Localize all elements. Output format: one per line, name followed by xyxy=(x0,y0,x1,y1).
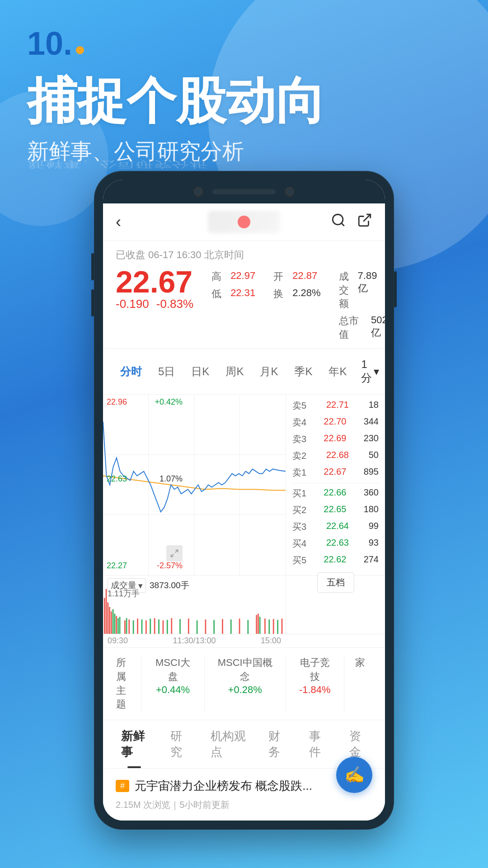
stock-status: 已收盘 06-17 16:30 北京时间 xyxy=(116,248,372,262)
tab-5day[interactable]: 5日 xyxy=(150,361,183,382)
stock-change-row: -0.190 -0.83% xyxy=(116,297,193,311)
buy3-qty: 99 xyxy=(369,521,379,533)
time-mid: 11:30/13:00 xyxy=(173,636,216,646)
back-button[interactable]: ‹ xyxy=(116,212,121,231)
main-chart[interactable]: 22.96 +0.42% 22.63 1.07% 22.27 -2.57% xyxy=(103,395,286,575)
svg-rect-20 xyxy=(111,611,112,634)
turnover-label: 换 xyxy=(273,287,283,301)
tab-news[interactable]: 新鲜事 xyxy=(112,720,157,768)
svg-rect-29 xyxy=(133,620,134,634)
svg-rect-38 xyxy=(171,618,172,634)
theme-tag-main[interactable]: 所属主题 xyxy=(112,656,141,712)
theme-tag-msci-cn-change: +0.28% xyxy=(228,684,262,696)
sell1-label: 卖1 xyxy=(292,467,306,479)
tab-monthk[interactable]: 月K xyxy=(252,361,286,382)
mktcap-row: 总市值 502.79亿 xyxy=(339,314,385,341)
svg-point-0 xyxy=(333,214,343,225)
theme-tag-msci-label: MSCI大盘 xyxy=(152,656,193,684)
svg-rect-47 xyxy=(247,620,249,634)
open-row: 开 22.87 xyxy=(273,270,320,283)
theme-tag-more-label: 家 xyxy=(355,656,365,670)
price-chart-svg xyxy=(103,395,286,575)
tab-events[interactable]: 事件 xyxy=(300,720,336,768)
vol-right xyxy=(286,576,385,634)
chart-label-mid-right: 1.07% xyxy=(160,474,183,484)
theme-tag-esports[interactable]: 电子竞技 -1.84% xyxy=(286,656,344,712)
svg-rect-41 xyxy=(197,620,198,634)
interval-label: 1分 xyxy=(361,358,372,385)
tab-yeark[interactable]: 年K xyxy=(320,361,355,382)
buy1-row: 买1 22.66 360 xyxy=(291,485,380,502)
buy2-row: 买2 22.65 180 xyxy=(291,502,380,519)
buy5-label: 买5 xyxy=(292,554,306,566)
fab-button[interactable]: ✍ xyxy=(336,757,372,793)
vol-row: 成交额 7.89亿 ⋮ xyxy=(339,270,385,311)
svg-line-15 xyxy=(171,554,174,557)
buy2-price: 22.65 xyxy=(324,504,346,516)
chart-area: 22.96 +0.42% 22.63 1.07% 22.27 -2.57% xyxy=(103,395,385,576)
tab-fens[interactable]: 分时 xyxy=(112,361,150,382)
svg-rect-40 xyxy=(188,618,189,634)
ob-divider xyxy=(291,483,380,483)
sell5-qty: 18 xyxy=(369,400,379,412)
theme-tag-esports-label: 电子竞技 xyxy=(297,656,333,684)
time-start: 09:30 xyxy=(108,636,128,646)
buy3-row: 买3 22.64 99 xyxy=(291,519,380,535)
news-title: 元宇宙潜力企业榜发布 概念股跌... xyxy=(135,778,312,794)
tab-dayk[interactable]: 日K xyxy=(183,361,217,382)
buy5-price: 22.62 xyxy=(324,554,346,566)
phone-wrapper: ‹ xyxy=(95,172,393,829)
time-labels-row: 09:30 11:30/13:00 15:00 xyxy=(103,634,385,648)
sell3-price: 22.69 xyxy=(324,433,346,445)
theme-tag-msci-cn[interactable]: MSCI中国概念 +0.28% xyxy=(205,656,286,712)
chart-label-bottom-right: -2.57% xyxy=(157,561,183,571)
interval-dropdown[interactable]: 1分 ▾ xyxy=(355,354,385,389)
tab-finance[interactable]: 财务 xyxy=(259,720,295,768)
svg-rect-36 xyxy=(163,620,164,634)
chart-tabs: 分时 5日 日K 周K 月K 季K 年K 1分 ▾ xyxy=(103,349,385,395)
search-icon[interactable] xyxy=(331,212,346,231)
buy2-qty: 180 xyxy=(364,504,379,516)
news-item[interactable]: # 元宇宙潜力企业榜发布 概念股跌... 2.15M 次浏览｜5小时前更新 ✍ xyxy=(103,769,385,820)
sell1-qty: 895 xyxy=(364,467,379,479)
logo-dot xyxy=(76,46,84,54)
stock-details-mid2: 开 22.87 换 2.28% xyxy=(273,266,320,301)
svg-rect-31 xyxy=(141,619,143,634)
svg-rect-24 xyxy=(117,618,119,634)
share-icon[interactable] xyxy=(357,212,372,231)
hero-subtitle-reflect: 新鲜事、公司研究分析 xyxy=(27,158,461,171)
time-end: 15:00 xyxy=(261,636,281,646)
phone-screen: ‹ xyxy=(103,180,385,821)
tab-institution[interactable]: 机构观点 xyxy=(202,720,255,768)
app-header: ‹ xyxy=(103,203,385,241)
svg-rect-46 xyxy=(239,618,240,634)
high-val: 22.97 xyxy=(230,270,255,283)
stock-change: -0.190 xyxy=(116,297,149,311)
stock-price-block: 22.67 -0.190 -0.83% xyxy=(116,266,193,313)
buy4-label: 买4 xyxy=(292,538,306,550)
vol-down-button xyxy=(91,289,94,316)
tab-weekk[interactable]: 周K xyxy=(217,361,252,382)
buy1-label: 买1 xyxy=(292,487,306,500)
svg-rect-27 xyxy=(126,618,127,634)
buy1-qty: 360 xyxy=(364,487,379,500)
svg-rect-42 xyxy=(205,619,206,634)
svg-rect-52 xyxy=(268,619,270,634)
svg-rect-43 xyxy=(213,620,215,634)
tab-seasonk[interactable]: 季K xyxy=(286,361,320,382)
svg-line-1 xyxy=(342,223,344,226)
theme-tag-msci-cn-label: MSCI中国概念 xyxy=(216,656,275,684)
expand-icon[interactable] xyxy=(166,545,183,561)
theme-tag-more[interactable]: 家 xyxy=(344,656,376,712)
tab-research[interactable]: 研究 xyxy=(161,720,197,768)
svg-rect-32 xyxy=(145,620,147,634)
sell4-qty: 344 xyxy=(364,416,379,429)
sell3-qty: 230 xyxy=(364,433,379,445)
header-red-dot xyxy=(238,216,250,228)
theme-tag-msci[interactable]: MSCI大盘 +0.44% xyxy=(141,656,205,712)
svg-rect-35 xyxy=(158,619,160,634)
sell5-row: 卖5 22.71 18 xyxy=(291,397,380,414)
logo-text: 10. xyxy=(27,27,72,60)
stock-info: 已收盘 06-17 16:30 北京时间 22.67 -0.190 -0.83%… xyxy=(103,241,385,349)
svg-line-14 xyxy=(175,550,178,553)
